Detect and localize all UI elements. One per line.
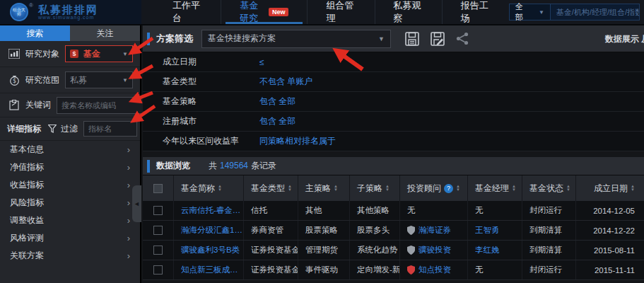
sort-icon[interactable]: ▲▼: [631, 185, 635, 192]
global-search-placeholder: 基金/机构/经理/组合/指数/: [551, 7, 639, 18]
table-row: 云南信托-睿金-汇... 信托 其他 其他策略 无 无 封闭运行 2014-12…: [143, 201, 644, 221]
global-search-box[interactable]: 全部 ▼ 基金/机构/经理/组合/指数/: [509, 4, 640, 21]
tab-search[interactable]: 搜索: [0, 25, 70, 41]
count-suffix: 条记录: [251, 161, 276, 171]
sort-icon[interactable]: ▲▼: [385, 185, 390, 192]
filter-label: 注册城市: [163, 115, 197, 127]
save-scheme-button[interactable]: [405, 32, 419, 46]
nav-private-observation[interactable]: 私募观察: [375, 0, 442, 24]
research-object-dropdown[interactable]: $ 基金 ▼: [65, 45, 133, 62]
caret-down-icon: ▼: [122, 77, 128, 83]
filter-label: 基金策略: [163, 96, 197, 108]
top-bar: 组合大师 ® 私募排排网 www.simuwang.com 工作平台 基金研究 …: [0, 0, 644, 25]
sidebar-collapse-handle[interactable]: ◄: [132, 185, 141, 222]
caret-down-icon: ▼: [539, 9, 544, 16]
filter-row-ytd-return: 今年以来区间收益率 同策略相对排名属于: [143, 132, 644, 151]
filter-label: 成立日期: [163, 56, 197, 68]
sort-icon[interactable]: ▲▼: [334, 185, 338, 192]
row-checkbox[interactable]: [153, 246, 163, 255]
sidebar-item-style-evaluation[interactable]: 风格评测›: [0, 229, 140, 247]
row-checkbox[interactable]: [153, 265, 163, 275]
advisor-link[interactable]: 知点投资: [418, 265, 451, 275]
funnel-icon: [48, 125, 57, 133]
sort-icon[interactable]: ▲▼: [566, 185, 570, 192]
registered-mark: ®: [29, 2, 33, 8]
filter-condition-link[interactable]: 同策略相对排名属于: [259, 135, 336, 147]
data-display-link[interactable]: 数据展示 从: [605, 25, 644, 52]
filter-condition-link[interactable]: 不包含 单账户: [259, 76, 312, 88]
sort-icon[interactable]: ▲▼: [288, 185, 292, 192]
shield-red-icon: [407, 265, 415, 275]
indicator-filter-input[interactable]: [83, 121, 137, 137]
accent-bar: [147, 160, 150, 173]
share-scheme-button[interactable]: [456, 32, 469, 45]
fund-name-link[interactable]: 骥骏鑫利3号B类: [181, 245, 240, 255]
select-all-checkbox[interactable]: [153, 184, 163, 193]
nav-portfolio-management[interactable]: 组合管理: [307, 0, 374, 24]
scheme-select-dropdown[interactable]: 基金快捷搜索方案 ▼: [201, 30, 391, 48]
nav-work-platform[interactable]: 工作平台: [154, 0, 221, 24]
filter-condition-link[interactable]: ≤: [259, 57, 264, 67]
shield-icon: [407, 226, 415, 235]
nav-report-factory[interactable]: 报告工场: [442, 0, 509, 24]
research-scope-dropdown[interactable]: 私募 ▼: [65, 71, 133, 88]
chart-icon: [7, 49, 21, 59]
count-prefix: 共: [209, 161, 217, 171]
filter-condition-link[interactable]: 包含 全部: [259, 115, 295, 127]
status-text: 到期清算: [529, 225, 562, 236]
sidebar-item-adjusted-return[interactable]: 调整收益›: [0, 212, 140, 229]
help-icon[interactable]: ?: [444, 184, 453, 193]
nav-fund-research[interactable]: 基金研究 New: [221, 0, 307, 24]
research-scope-value: 私募: [70, 74, 87, 86]
search-scope-select[interactable]: 全部 ▼: [510, 4, 551, 20]
sidebar-item-risk-indicators[interactable]: 风险指标›: [0, 194, 140, 212]
sidebar-item-basic-info[interactable]: 基本信息›: [0, 141, 140, 158]
filter-condition-link[interactable]: 包含 全部: [259, 96, 295, 108]
chevron-right-icon: ›: [127, 180, 130, 190]
col-fund-manager: 基金经理: [475, 183, 509, 195]
sort-icon[interactable]: ▲▼: [512, 185, 516, 192]
sort-icon[interactable]: ▲▼: [218, 185, 222, 192]
share-icon: [456, 32, 469, 45]
main-content: 方案筛选 基金快捷搜索方案 ▼ 数据展示 从 成立日期 ≤: [143, 25, 644, 283]
top-nav: 工作平台 基金研究 New 组合管理 私募观察 报告工场: [154, 0, 509, 24]
tab-follow[interactable]: 关注: [70, 25, 140, 41]
clipboard-icon: [7, 100, 21, 110]
manager-link[interactable]: 王智勇: [475, 225, 500, 236]
fund-name-link[interactable]: 知点新三板成长二号: [181, 265, 243, 275]
scheme-select-value: 基金快捷搜索方案: [208, 33, 276, 45]
row-checkbox[interactable]: [153, 226, 163, 235]
new-badge: New: [269, 8, 289, 16]
col-fund-status: 基金状态: [529, 183, 563, 195]
col-sub-strategy: 子策略: [357, 183, 382, 195]
filter-row-inception-date: 成立日期 ≤: [143, 52, 644, 72]
manager-link[interactable]: 李红娩: [475, 245, 500, 255]
sidebar-item-nav-indicators[interactable]: 净值指标›: [0, 158, 140, 176]
filter-row-fund-type: 基金类型 不包含 单账户: [143, 72, 644, 92]
fund-name-link[interactable]: 瀚海分级汇鑫1号B: [181, 225, 243, 236]
indicator-list: 基本信息› 净值指标› 收益指标› 风险指标› 调整收益› 风格评测› 关联方案…: [0, 141, 140, 265]
scheme-filter-label: 方案筛选: [156, 33, 193, 45]
data-browse-bar: 数据浏览 共149564条记录: [143, 157, 644, 175]
sidebar-item-return-indicators[interactable]: 收益指标›: [0, 176, 140, 194]
fund-name-link[interactable]: 云南信托-睿金-汇...: [181, 205, 243, 216]
chevron-right-icon: ›: [127, 233, 130, 243]
save-as-scheme-button[interactable]: [431, 32, 445, 46]
svg-text:$: $: [12, 78, 16, 84]
table-row: 瀚海分级汇鑫1号B 券商资管 股票策略 股票多头 瀚海证券 王智勇 到期清算 2…: [143, 221, 644, 241]
row-checkbox[interactable]: [153, 206, 163, 215]
filter-row-fund-strategy: 基金策略 包含 全部: [143, 92, 644, 112]
brand-name: 私募排排网: [38, 4, 98, 15]
col-investment-advisor: 投资顾问: [407, 183, 441, 195]
save-as-icon: [431, 32, 445, 46]
caret-down-icon: ▼: [122, 51, 128, 57]
sort-icon[interactable]: ▲▼: [456, 185, 460, 192]
col-inception-date: 成立日期: [594, 183, 628, 195]
advisor-link[interactable]: 瀚海证券: [418, 225, 451, 236]
sidebar-item-related-schemes[interactable]: 关联方案›: [0, 247, 140, 265]
logo[interactable]: 组合大师 ® 私募排排网 www.simuwang.com: [0, 0, 141, 24]
col-fund-type: 基金类型: [251, 183, 285, 195]
detail-indicator-label: 详细指标: [7, 123, 41, 135]
advisor-link[interactable]: 骥骏投资: [418, 245, 451, 255]
research-scope-label: 研究范围: [25, 74, 59, 86]
